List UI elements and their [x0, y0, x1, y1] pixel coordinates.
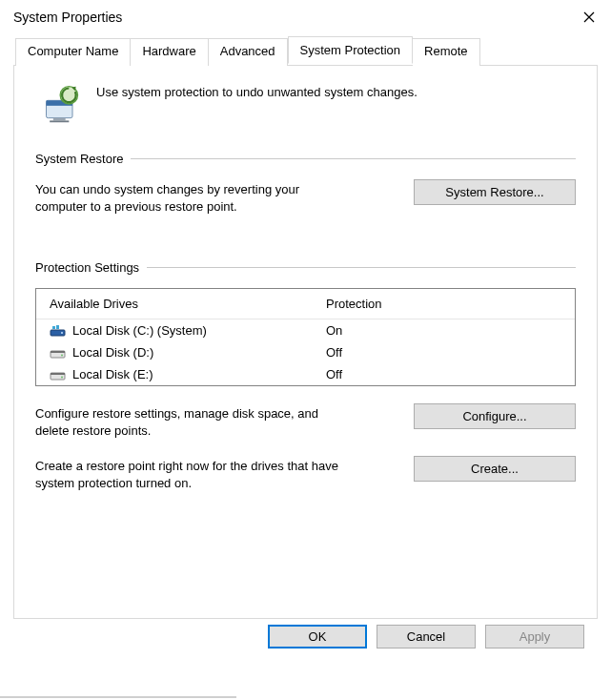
drive-protection-status: Off — [326, 345, 561, 360]
drive-icon — [50, 346, 67, 360]
drive-protection-status: On — [326, 323, 561, 338]
drive-row[interactable]: Local Disk (D:)Off — [36, 341, 575, 363]
drives-header: Available Drives Protection — [36, 289, 575, 319]
tab-hardware[interactable]: Hardware — [131, 38, 208, 66]
drive-row[interactable]: Local Disk (C:) (System)On — [36, 319, 575, 341]
system-restore-group-title: System Restore — [35, 152, 123, 166]
dialog-body: Computer Name Hardware Advanced System P… — [0, 34, 611, 662]
apply-button[interactable]: Apply — [485, 625, 584, 649]
close-icon — [583, 11, 595, 23]
svg-point-10 — [61, 332, 63, 334]
drive-protection-status: Off — [326, 367, 561, 381]
window-title: System Properties — [13, 10, 122, 25]
tab-strip: Computer Name Hardware Advanced System P… — [13, 38, 598, 66]
create-button[interactable]: Create... — [414, 456, 576, 482]
configure-button[interactable]: Configure... — [414, 403, 576, 429]
svg-rect-8 — [52, 326, 55, 329]
ok-button[interactable]: OK — [268, 625, 367, 649]
svg-point-13 — [61, 354, 63, 356]
configure-desc: Configure restore settings, manage disk … — [35, 403, 340, 439]
svg-rect-5 — [50, 120, 69, 122]
column-header-protection: Protection — [326, 297, 561, 311]
column-header-drives: Available Drives — [50, 297, 326, 311]
system-restore-group: System Restore You can undo system chang… — [35, 152, 576, 215]
drive-name: Local Disk (C:) (System) — [72, 323, 326, 338]
dialog-footer-buttons: OK Cancel Apply — [13, 619, 598, 649]
svg-rect-4 — [53, 118, 66, 121]
tab-remote[interactable]: Remote — [413, 38, 480, 66]
intro-text: Use system protection to undo unwanted s… — [96, 83, 418, 99]
svg-rect-12 — [51, 351, 65, 353]
svg-point-16 — [61, 376, 63, 378]
drive-icon — [50, 324, 67, 338]
tab-computer-name[interactable]: Computer Name — [15, 38, 131, 66]
create-desc: Create a restore point right now for the… — [35, 456, 378, 491]
tab-panel-system-protection: Use system protection to undo unwanted s… — [13, 66, 598, 619]
protection-settings-group: Protection Settings Available Drives Pro… — [35, 260, 576, 491]
intro-row: Use system protection to undo unwanted s… — [35, 83, 576, 125]
close-button[interactable] — [567, 2, 611, 32]
tab-system-protection[interactable]: System Protection — [288, 36, 414, 64]
svg-rect-15 — [51, 373, 65, 375]
group-divider — [131, 158, 576, 159]
cancel-button[interactable]: Cancel — [377, 625, 476, 649]
system-restore-desc: You can undo system changes by reverting… — [35, 179, 340, 215]
system-protection-icon — [41, 83, 83, 125]
tab-advanced[interactable]: Advanced — [209, 38, 288, 66]
system-restore-button[interactable]: System Restore... — [414, 179, 576, 205]
drive-icon — [50, 368, 67, 381]
system-properties-dialog: System Properties Computer Name Hardware… — [0, 0, 611, 696]
svg-rect-9 — [56, 325, 59, 329]
drive-row[interactable]: Local Disk (E:)Off — [36, 363, 575, 385]
drives-listbox[interactable]: Available Drives Protection Local Disk (… — [35, 288, 576, 386]
window-edge-decoration — [0, 696, 236, 698]
drive-name: Local Disk (E:) — [72, 367, 326, 381]
protection-settings-group-title: Protection Settings — [35, 260, 139, 275]
group-divider — [147, 267, 576, 268]
title-bar: System Properties — [0, 0, 611, 34]
drive-name: Local Disk (D:) — [72, 345, 326, 360]
